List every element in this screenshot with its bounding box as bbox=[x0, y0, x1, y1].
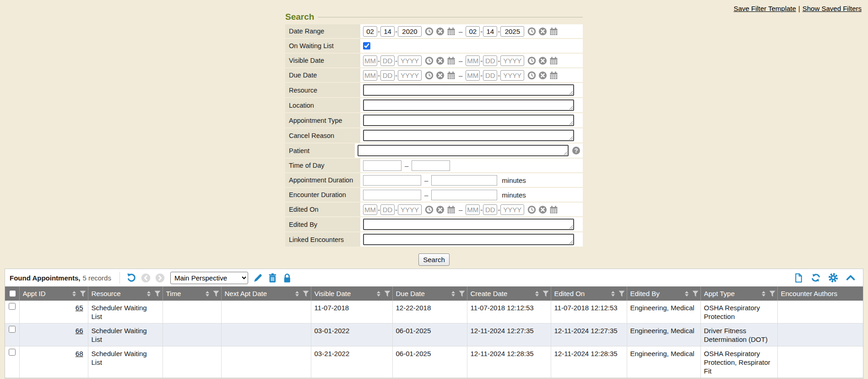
collapse-icon[interactable] bbox=[846, 273, 856, 283]
filter-icon[interactable] bbox=[542, 291, 549, 297]
visible-date-from-month[interactable] bbox=[363, 55, 377, 66]
visible-date-to-month[interactable] bbox=[466, 55, 480, 66]
help-icon[interactable]: ? bbox=[572, 147, 580, 154]
new-document-icon[interactable] bbox=[793, 273, 803, 283]
show-saved-filters-link[interactable]: Show Saved Filters bbox=[803, 5, 862, 12]
clear-icon[interactable] bbox=[538, 56, 547, 65]
visible-date-from-day[interactable] bbox=[380, 55, 395, 66]
due-date-from-year[interactable] bbox=[398, 70, 422, 81]
calendar-icon[interactable] bbox=[549, 56, 558, 65]
filter-icon[interactable] bbox=[154, 291, 161, 297]
clock-icon[interactable] bbox=[527, 27, 536, 36]
sort-icon[interactable] bbox=[72, 291, 76, 297]
appt-id-link[interactable]: 68 bbox=[76, 350, 83, 357]
appointment-duration-to-input[interactable] bbox=[431, 175, 497, 186]
encounter-duration-from-input[interactable] bbox=[363, 190, 421, 200]
cancel-reason-input[interactable] bbox=[363, 130, 574, 141]
edited-on-from-year[interactable] bbox=[398, 204, 422, 215]
edit-perspective-pencil-icon[interactable] bbox=[253, 273, 263, 283]
clear-icon[interactable] bbox=[538, 205, 547, 214]
lock-perspective-icon[interactable] bbox=[282, 273, 292, 283]
date-range-to-day[interactable] bbox=[483, 26, 497, 37]
filter-icon[interactable] bbox=[769, 291, 776, 297]
sort-icon[interactable] bbox=[685, 291, 689, 297]
prev-page-icon[interactable] bbox=[141, 273, 151, 283]
sort-icon[interactable] bbox=[535, 291, 539, 297]
clock-icon[interactable] bbox=[425, 27, 434, 36]
sort-icon[interactable] bbox=[611, 291, 615, 297]
clock-icon[interactable] bbox=[527, 56, 536, 65]
due-date-from-day[interactable] bbox=[380, 70, 395, 81]
date-range-from-month[interactable] bbox=[363, 26, 377, 37]
filter-icon[interactable] bbox=[459, 291, 465, 297]
appointment-duration-from-input[interactable] bbox=[363, 175, 421, 186]
sort-icon[interactable] bbox=[147, 291, 151, 297]
sort-icon[interactable] bbox=[377, 291, 380, 297]
calendar-icon[interactable] bbox=[447, 27, 456, 36]
patient-input[interactable] bbox=[358, 145, 569, 156]
edited-by-input[interactable] bbox=[363, 219, 574, 230]
visible-date-from-year[interactable] bbox=[398, 55, 422, 66]
sort-icon[interactable] bbox=[295, 291, 299, 297]
refresh-icon[interactable] bbox=[811, 273, 821, 283]
clear-icon[interactable] bbox=[436, 205, 445, 214]
due-date-to-day[interactable] bbox=[483, 70, 497, 81]
row-checkbox[interactable] bbox=[9, 326, 16, 333]
clear-icon[interactable] bbox=[538, 27, 547, 36]
clear-icon[interactable] bbox=[538, 71, 547, 80]
clock-icon[interactable] bbox=[527, 205, 536, 214]
visible-date-to-day[interactable] bbox=[483, 55, 497, 66]
select-all-checkbox[interactable] bbox=[10, 291, 16, 297]
calendar-icon[interactable] bbox=[447, 205, 456, 214]
calendar-icon[interactable] bbox=[549, 205, 558, 214]
visible-date-to-year[interactable] bbox=[500, 55, 524, 66]
delete-perspective-trash-icon[interactable] bbox=[267, 273, 277, 283]
calendar-icon[interactable] bbox=[447, 56, 456, 65]
edited-on-from-day[interactable] bbox=[380, 204, 395, 215]
filter-icon[interactable] bbox=[80, 291, 86, 297]
undo-icon[interactable] bbox=[126, 273, 136, 283]
sort-icon[interactable] bbox=[451, 291, 455, 297]
clear-icon[interactable] bbox=[436, 56, 445, 65]
due-date-from-month[interactable] bbox=[363, 70, 377, 81]
date-range-to-year[interactable] bbox=[500, 26, 524, 37]
sort-icon[interactable] bbox=[206, 291, 209, 297]
row-checkbox[interactable] bbox=[9, 303, 16, 310]
edited-on-to-month[interactable] bbox=[466, 204, 480, 215]
filter-icon[interactable] bbox=[384, 291, 391, 297]
filter-icon[interactable] bbox=[303, 291, 309, 297]
row-checkbox[interactable] bbox=[9, 349, 16, 356]
appt-id-link[interactable]: 65 bbox=[76, 304, 83, 312]
appt-id-link[interactable]: 66 bbox=[76, 327, 83, 335]
gear-icon[interactable] bbox=[828, 273, 838, 283]
encounter-duration-to-input[interactable] bbox=[431, 190, 497, 200]
clock-icon[interactable] bbox=[425, 205, 434, 214]
date-range-from-day[interactable] bbox=[380, 26, 395, 37]
edited-on-from-month[interactable] bbox=[363, 204, 377, 215]
date-range-to-month[interactable] bbox=[466, 26, 480, 37]
appointment-type-input[interactable] bbox=[363, 115, 574, 126]
time-of-day-from-input[interactable] bbox=[363, 160, 401, 171]
filter-icon[interactable] bbox=[213, 291, 219, 297]
time-of-day-to-input[interactable] bbox=[412, 160, 450, 171]
calendar-icon[interactable] bbox=[549, 71, 558, 80]
resource-input[interactable] bbox=[363, 84, 574, 96]
due-date-to-year[interactable] bbox=[500, 70, 524, 81]
filter-icon[interactable] bbox=[692, 291, 699, 297]
on-waiting-list-checkbox[interactable] bbox=[363, 42, 370, 49]
clock-icon[interactable] bbox=[527, 71, 536, 80]
clock-icon[interactable] bbox=[425, 71, 434, 80]
calendar-icon[interactable] bbox=[549, 27, 558, 36]
save-filter-template-link[interactable]: Save Filter Template bbox=[733, 5, 796, 12]
clear-icon[interactable] bbox=[436, 27, 445, 36]
calendar-icon[interactable] bbox=[447, 71, 456, 80]
edited-on-to-day[interactable] bbox=[483, 204, 497, 215]
perspective-select[interactable]: Main Perspective bbox=[170, 272, 248, 284]
location-input[interactable] bbox=[363, 99, 574, 111]
sort-icon[interactable] bbox=[762, 291, 765, 297]
next-page-icon[interactable] bbox=[155, 273, 165, 283]
date-range-from-year[interactable] bbox=[398, 26, 422, 37]
edited-on-to-year[interactable] bbox=[500, 204, 524, 215]
clear-icon[interactable] bbox=[436, 71, 445, 80]
linked-encounters-input[interactable] bbox=[363, 234, 574, 245]
